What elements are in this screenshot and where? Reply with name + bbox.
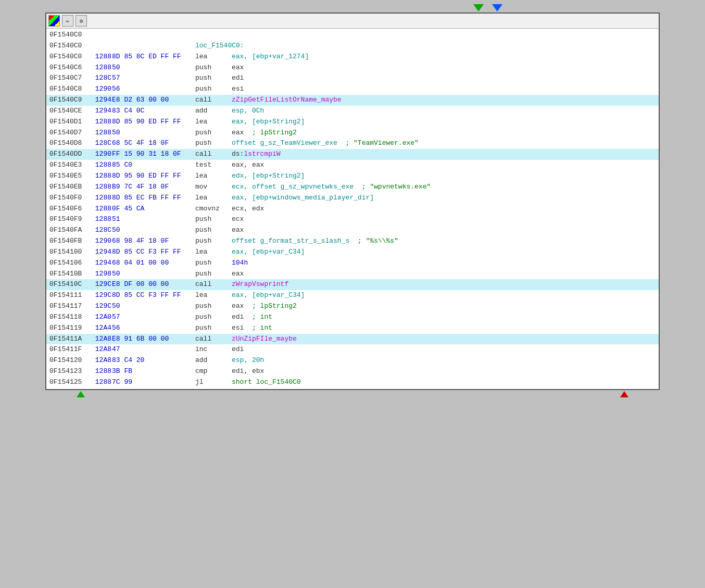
offset: 1288: [91, 128, 112, 138]
bytes: 3B FB: [112, 367, 195, 377]
bytes: 47: [112, 345, 195, 355]
comment: ; lpString2: [244, 302, 296, 311]
mnemonic: add: [195, 106, 232, 116]
address: 0F15411A: [49, 334, 91, 344]
bytes: [112, 30, 195, 40]
mnemonic: push: [195, 139, 232, 148]
mnemonic: push: [195, 323, 232, 333]
code-line[interactable]: 0F15411A 12A8E8 91 6B 00 00 callzUnZipFI…: [46, 334, 659, 345]
offset: 1288: [91, 171, 112, 181]
code-line[interactable]: 0F1540C9 1294E8 D2 63 00 00 callzZipGetF…: [46, 95, 659, 106]
mnemonic: push: [195, 84, 232, 94]
operand: esi: [232, 323, 244, 333]
address: 0F1540FA: [49, 226, 91, 235]
offset: 12A8: [91, 334, 112, 344]
comment: ; int: [244, 312, 272, 322]
code-line[interactable]: 0F1540F0 12888D 85 EC FB FF FF leaeax, […: [46, 193, 659, 204]
mnemonic: lea: [195, 117, 232, 127]
code-line[interactable]: 0F1540E3 128885 C0 testeax, eax: [46, 160, 659, 171]
address: 0F1540F6: [49, 204, 91, 214]
edit-button[interactable]: ✏: [62, 15, 73, 27]
code-line[interactable]: 0F1540C7 128C57 pushedi: [46, 73, 659, 84]
bytes: FF 15 90 31 18 0F: [112, 149, 195, 159]
code-line[interactable]: 0F154119 12A456 pushesi ; int: [46, 323, 659, 334]
address: 0F1540C7: [49, 73, 91, 83]
offset: 1294: [91, 247, 112, 257]
operand: eax: [232, 226, 244, 235]
address: 0F1540C8: [49, 84, 91, 94]
offset: 1288: [91, 63, 112, 73]
address: 0F154125: [49, 378, 91, 387]
bytes: 68 04 01 00 00: [112, 258, 195, 268]
address: 0F154123: [49, 367, 91, 377]
mnemonic: test: [195, 160, 232, 170]
offset: 1290: [91, 149, 112, 159]
code-line[interactable]: 0F1540D8 128C68 5C 4F 18 0F pushoffset g…: [46, 138, 659, 149]
operand: eax, [ebp+var_C34]: [232, 247, 305, 257]
code-line[interactable]: 0F1540C0 12888D 85 8C ED FF FF leaeax, […: [46, 52, 659, 62]
code-line[interactable]: 0F154118 12A057 pushedi ; int: [46, 312, 659, 323]
mnemonic: call: [195, 280, 232, 290]
address: 0F1540D8: [49, 139, 91, 148]
operand: zWrapVswprintf: [232, 280, 288, 290]
code-line[interactable]: 0F1540D7 128850 pusheax ; lpString2: [46, 128, 659, 139]
bottom-arrows: [45, 390, 660, 398]
settings-button[interactable]: ⚙: [75, 15, 87, 27]
code-line[interactable]: 0F154100 12948D 85 CC F3 FF FF leaeax, […: [46, 247, 659, 258]
code-line[interactable]: 0F1540FB 129068 98 4F 18 0F pushoffset g…: [46, 236, 659, 247]
comment: ; "TeamViewer.exe": [337, 139, 419, 148]
code-line[interactable]: 0F15410C 129CE8 DF 00 00 00 callzWrapVsw…: [46, 279, 659, 290]
bytes: 8D 85 CC F3 FF FF: [112, 247, 195, 257]
address: 0F1540C0: [49, 52, 91, 62]
address: 0F154100: [49, 247, 91, 257]
mnemonic: push: [195, 236, 232, 246]
address: 0F154118: [49, 312, 91, 322]
offset: 128C: [91, 139, 112, 148]
bytes: 83 C4 20: [112, 356, 195, 366]
code-line[interactable]: 0F1540C0: [46, 30, 659, 41]
code-line[interactable]: 0F154125 12887C 99 jlshort loc_F1540C0: [46, 377, 659, 388]
offset: 12A0: [91, 312, 112, 322]
code-line[interactable]: 0F1540F6 12880F 45 CA cmovnzecx, edx: [46, 204, 659, 215]
offset: 129C: [91, 280, 112, 290]
address: 0F1540DD: [49, 149, 91, 159]
code-line[interactable]: 0F1540CE 129483 C4 0C addesp, 0Ch: [46, 106, 659, 117]
mnemonic: lea: [195, 52, 232, 62]
operand: eax, [ebp+String2]: [232, 117, 305, 127]
code-line[interactable]: 0F1540DD 1290FF 15 90 31 18 0F callds:ls…: [46, 149, 659, 160]
code-line[interactable]: 0F1540C0 loc_F1540C0:: [46, 41, 659, 52]
code-line[interactable]: 0F1540E5 12888D 95 90 ED FF FF leaedx, […: [46, 171, 659, 182]
code-line[interactable]: 0F154120 12A883 C4 20 addesp, 20h: [46, 355, 659, 366]
code-line[interactable]: 0F1540D1 12888D 85 90 ED FF FF leaeax, […: [46, 117, 659, 128]
comment: ; "wpvnetwks.exe": [354, 182, 431, 192]
operand: edi, ebx: [232, 367, 264, 377]
code-line[interactable]: 0F154123 12883B FB cmpedi, ebx: [46, 366, 659, 377]
bytes: E8 DF 00 00 00: [112, 280, 195, 290]
operand: offset g_format_str_s_slash_s: [232, 236, 349, 246]
offset: 1288: [91, 182, 112, 192]
code-line[interactable]: 0F1540C8 129056 pushesi: [46, 84, 659, 95]
code-line[interactable]: 0F15410B 129850 pusheax: [46, 269, 659, 280]
bytes: 56: [112, 84, 195, 94]
offset: 1290: [91, 236, 112, 246]
mnemonic: push: [195, 269, 232, 279]
bytes: 8D 85 8C ED FF FF: [112, 52, 195, 62]
operand: eax: [232, 128, 244, 138]
operand: eax: [232, 302, 244, 311]
code-line[interactable]: 0F154111 129C8D 85 CC F3 FF FF leaeax, […: [46, 290, 659, 301]
operand: zZipGetFileListOrName_maybe: [232, 95, 342, 105]
operand: ecx: [232, 215, 244, 224]
code-line[interactable]: 0F1540FA 128C50 pusheax: [46, 225, 659, 236]
arrow-up-green-icon: [77, 391, 85, 397]
color-palette-button[interactable]: [48, 15, 60, 27]
operand: eax, eax: [232, 160, 264, 170]
code-line[interactable]: 0F1540F9 128851 pushecx: [46, 214, 659, 225]
code-line[interactable]: 0F154117 129C50 pusheax ; lpString2: [46, 301, 659, 312]
code-line[interactable]: 0F1540C6 128850 pusheax: [46, 62, 659, 73]
bytes: 68 98 4F 18 0F: [112, 236, 195, 246]
mnemonic: push: [195, 258, 232, 268]
mnemonic: cmp: [195, 367, 232, 377]
code-line[interactable]: 0F15411F 12A847 incedi: [46, 344, 659, 355]
code-line[interactable]: 0F154106 129468 04 01 00 00 push104h: [46, 258, 659, 269]
code-line[interactable]: 0F1540EB 1288B9 7C 4F 18 0F movecx, offs…: [46, 182, 659, 193]
